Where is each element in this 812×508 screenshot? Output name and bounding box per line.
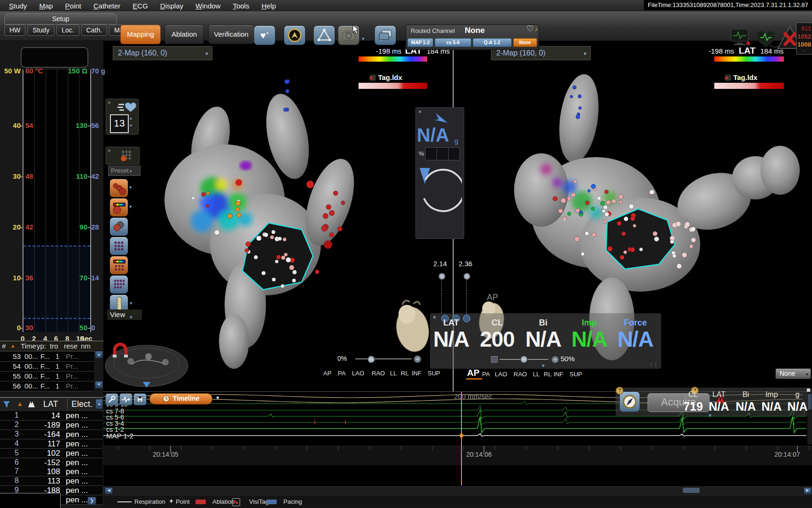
plus-button[interactable]: + (414, 355, 422, 363)
lat-table-row[interactable]: 114pen ... (0, 411, 102, 421)
ecg-tools-button[interactable] (105, 393, 118, 405)
ecg-add-button[interactable] (119, 393, 133, 405)
points-table-row[interactable]: 5600...F...1Pr... (0, 381, 94, 391)
points-col-header[interactable]: # (2, 342, 6, 350)
setup-tab-cath[interactable]: Cath. (81, 24, 107, 36)
scrollbar-thumb[interactable] (683, 488, 700, 493)
chevron-down-icon[interactable]: ▾ (542, 362, 545, 369)
resize-corner[interactable] (807, 389, 810, 392)
lat-table-row[interactable]: 5102pen ... (0, 449, 102, 458)
scroll-down-icon[interactable]: ▾ (95, 381, 103, 389)
spinner-up-icon[interactable]: ▴ (130, 115, 132, 120)
mini-slider-icon[interactable] (491, 356, 498, 363)
mode-verification-button[interactable]: Verification (208, 24, 254, 44)
tag-color-scale-right[interactable] (714, 83, 784, 89)
lat-col-header[interactable]: LAT (43, 399, 58, 409)
setup-tab-study[interactable]: Study (27, 24, 55, 36)
wave-pair-icon[interactable] (27, 400, 36, 408)
setup-group-label[interactable]: Setup (4, 13, 117, 24)
orient-pa-right[interactable]: PA (482, 371, 490, 378)
pair-points-button[interactable] (109, 217, 128, 236)
grid-points2-button[interactable] (109, 275, 128, 294)
scrollbar-thumb[interactable] (808, 394, 812, 410)
left-map-anatomy[interactable] (164, 79, 364, 369)
points-col-header[interactable]: rese (64, 342, 78, 350)
chevron-down-icon[interactable]: ▾ (709, 412, 711, 419)
points-counter[interactable]: 13 (110, 114, 129, 133)
mode-ablation-button[interactable]: Ablation (164, 24, 204, 44)
scroll-left-icon[interactable]: ◀ (105, 487, 113, 494)
scroll-right-icon[interactable]: ❯ (87, 497, 96, 505)
drag-handle-icon[interactable]: ⋮⋮ (649, 362, 658, 367)
close-icon[interactable]: × (108, 148, 110, 153)
orient-inf-right[interactable]: INF (554, 371, 563, 378)
lat-table-row[interactable]: 2-189pen ... (0, 421, 102, 430)
menu-tools[interactable]: Tools (226, 1, 255, 11)
chevron-down-icon[interactable]: ▾ (216, 394, 219, 401)
mode-mapping-button[interactable]: Mapping (120, 24, 161, 44)
orient-lao-right[interactable]: LAO (495, 371, 507, 378)
routed-channel-value[interactable]: None (465, 26, 485, 35)
sort-asc-icon[interactable]: ▲ (17, 400, 23, 407)
chevron-down-icon[interactable]: ▾ (129, 204, 132, 210)
lat-table-row[interactable]: 6-152pen ... (0, 458, 102, 468)
points-col-header[interactable]: tro (50, 342, 58, 350)
plus-button[interactable]: + (551, 356, 559, 364)
elect-col-header[interactable]: Elect. (71, 399, 93, 409)
setup-tab-hw[interactable]: HW (4, 24, 25, 36)
scroll-right-icon[interactable]: ▶ (804, 487, 812, 494)
status-more[interactable]: ... (796, 48, 812, 51)
lat-table-row[interactable]: 7108pen ... (0, 467, 102, 476)
timeline-button[interactable]: Timeline (149, 393, 212, 405)
menu-ecg[interactable]: ECG (126, 1, 154, 11)
lat-table-row[interactable]: 4117pen ... (0, 439, 102, 449)
menu-catheter[interactable]: Catheter (87, 1, 127, 11)
tag-color-scale-left[interactable] (359, 83, 427, 89)
points-col-header[interactable]: nm (81, 342, 91, 350)
save-snapshot-button[interactable] (133, 393, 147, 405)
orient-ll-left[interactable]: LL (390, 370, 397, 377)
channel-map12-button[interactable]: MAP 1-2 (407, 38, 433, 47)
pin-left-handle[interactable] (438, 273, 445, 280)
points-table-row[interactable]: 5300...F...1Pr... (0, 352, 94, 362)
orient-sup-left[interactable]: SUP (428, 370, 440, 377)
orient-ap-left[interactable]: AP (323, 370, 331, 377)
add-map-button[interactable]: ♥+ (254, 25, 275, 45)
menu-map[interactable]: Map (33, 1, 59, 11)
view-dropdown[interactable]: View▾ (107, 310, 142, 320)
lat-table-row[interactable]: 8113pen ... (0, 476, 102, 486)
scroll-up-icon[interactable]: ▴ (95, 351, 103, 358)
orientation-dial[interactable] (105, 345, 188, 388)
screen-layout-button[interactable] (375, 25, 396, 45)
context-popup[interactable] (0, 493, 61, 508)
orient-rl-right[interactable]: RL (544, 371, 552, 378)
channel-qa12-button[interactable]: Q-A 1-2 (473, 38, 512, 47)
transparency-handle[interactable] (367, 356, 375, 363)
close-icon[interactable]: × (108, 100, 110, 105)
lat-color-scale-left[interactable] (359, 56, 427, 62)
channel-none-button[interactable]: None (513, 38, 537, 47)
chevron-down-icon[interactable]: ▾ (129, 184, 132, 190)
setup-tab-loc[interactable]: Loc. (56, 24, 79, 36)
transparency-track[interactable] (355, 358, 412, 359)
vertical-scrollbar[interactable] (807, 392, 812, 444)
compass-button[interactable] (619, 391, 640, 412)
lat-color-scale-right[interactable] (714, 56, 784, 62)
orient-ap-right[interactable]: AP (467, 368, 479, 378)
grid-color-button[interactable] (109, 256, 128, 275)
help-coin-icon[interactable]: ? (616, 387, 624, 395)
menu-window[interactable]: Window (189, 1, 226, 11)
orient-rao-left[interactable]: RAO (372, 370, 385, 377)
close-icon[interactable]: × (418, 109, 422, 115)
menu-point[interactable]: Point (59, 1, 87, 11)
menu-study[interactable]: Study (3, 1, 33, 11)
menu-display[interactable]: Display (154, 1, 189, 11)
tag-right[interactable]: Tag.ldx (725, 73, 757, 82)
preset-dropdown[interactable]: Preset ▾ (108, 166, 141, 176)
scroll-up-icon[interactable]: ▴ (95, 399, 103, 409)
orient-pa-left[interactable]: PA (338, 370, 345, 377)
map-none-dropdown[interactable]: None ▾ (775, 368, 811, 379)
gain-handle[interactable] (520, 356, 528, 363)
heart-cursor-icon[interactable]: ♡↗ (526, 24, 538, 34)
filter-icon[interactable] (3, 401, 10, 408)
